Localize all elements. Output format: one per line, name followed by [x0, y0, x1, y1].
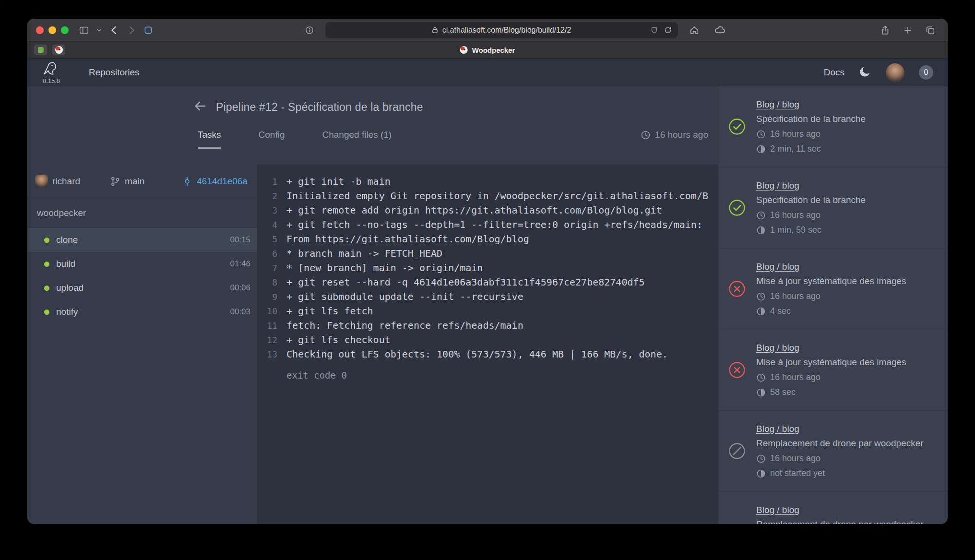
- arrow-left-icon: [193, 99, 207, 113]
- build-duration-label: 2 min, 11 sec: [770, 144, 821, 154]
- cloud-icon: [714, 24, 726, 36]
- build-duration: 2 min, 11 sec: [756, 144, 866, 154]
- url-bar[interactable]: ci.athaliasoft.com/Blog/blog/build/12/2: [325, 22, 678, 38]
- share-icon: [880, 25, 891, 36]
- tab1-favicon-icon: [38, 47, 44, 53]
- background-tab-1[interactable]: [34, 45, 47, 55]
- log-line-text: * branch main -> FETCH_HEAD: [286, 248, 442, 259]
- commit-group: 4614d1e06a: [182, 176, 248, 187]
- builds-sidebar: Blog / blog Spécification de la branche …: [718, 86, 948, 524]
- status-icon-wrap: [727, 442, 747, 460]
- reload-icon[interactable]: [664, 26, 672, 35]
- steps-panel: richard main 4614d1e06a woodpecker: [27, 165, 257, 524]
- commit-link[interactable]: 4614d1e06a: [197, 176, 248, 187]
- status-icon-wrap: [727, 280, 747, 298]
- step-duration: 00:06: [230, 283, 250, 293]
- repo-link[interactable]: Blog / blog: [756, 180, 799, 191]
- extension-button[interactable]: [140, 23, 156, 38]
- clock-icon: [756, 373, 766, 382]
- log-line: 6* branch main -> FETCH_HEAD: [257, 246, 718, 261]
- close-button[interactable]: [36, 26, 44, 34]
- log-line-number: 9: [257, 292, 277, 302]
- build-text: Blog / blog Remplacement de drone par wo…: [756, 505, 924, 524]
- home-button[interactable]: [686, 23, 703, 38]
- step-clone[interactable]: clone 00:15: [27, 228, 257, 252]
- clock-icon: [641, 130, 651, 140]
- build-item[interactable]: Blog / blog Spécification de la branche …: [718, 167, 948, 249]
- build-duration: 58 sec: [756, 387, 906, 397]
- active-tab[interactable]: Woodpecker: [460, 42, 515, 58]
- page-info-button[interactable]: [301, 23, 318, 38]
- app-logo[interactable]: 0.15.8: [42, 60, 61, 84]
- new-tab-button[interactable]: [900, 23, 916, 38]
- woodpecker-favicon-icon: [55, 46, 63, 54]
- build-message: Mise à jour systématique des images: [756, 357, 906, 368]
- tab-tasks[interactable]: Tasks: [198, 130, 221, 149]
- pipeline-time: 16 hours ago: [641, 130, 708, 140]
- icloud-tabs-button[interactable]: [711, 23, 729, 38]
- repo-link[interactable]: Blog / blog: [756, 505, 799, 515]
- build-item[interactable]: Blog / blog Mise à jour systématique des…: [718, 249, 948, 330]
- chevron-down-icon: [96, 27, 102, 33]
- author-name: richard: [52, 176, 80, 187]
- sidebar-icon: [79, 25, 89, 36]
- log-line-text: + git init -b main: [286, 176, 391, 187]
- pipeline-back-button[interactable]: [193, 99, 207, 115]
- privacy-shield-icon[interactable]: [650, 26, 658, 34]
- repo-link[interactable]: Blog / blog: [756, 99, 799, 109]
- fullscreen-button[interactable]: [61, 26, 69, 34]
- step-notify[interactable]: notify 00:03: [27, 300, 257, 324]
- build-item[interactable]: Blog / blog Remplacement de drone par wo…: [718, 492, 948, 524]
- build-item[interactable]: Blog / blog Spécification de la branche …: [718, 86, 948, 167]
- repo-link[interactable]: Blog / blog: [756, 343, 799, 353]
- build-text: Blog / blog Remplacement de drone par wo…: [756, 424, 924, 478]
- minimize-button[interactable]: [48, 26, 56, 34]
- theme-toggle-button[interactable]: [859, 65, 871, 80]
- toolbar-right: [877, 23, 939, 38]
- pipeline-title-row: Pipeline #12 - Spécification de la branc…: [27, 86, 718, 115]
- log-line: 9+ git submodule update --init --recursi…: [257, 289, 718, 304]
- not-started-circle-icon: [728, 442, 746, 460]
- tab-changed-files[interactable]: Changed files (1): [322, 130, 392, 147]
- tab-overview-button[interactable]: [922, 23, 939, 38]
- log-line: 4+ git fetch --no-tags --depth=1 --filte…: [257, 217, 718, 232]
- repo-link[interactable]: Blog / blog: [756, 262, 799, 272]
- build-text: Blog / blog Mise à jour systématique des…: [756, 262, 906, 316]
- success-circle-icon: [728, 118, 746, 135]
- woodpecker-logo-icon: [42, 60, 61, 79]
- duration-icon: [756, 469, 766, 478]
- back-button[interactable]: [106, 23, 123, 38]
- nav-repositories[interactable]: Repositories: [89, 67, 140, 78]
- step-upload[interactable]: upload 00:06: [27, 276, 257, 300]
- log-line: 10+ git lfs fetch: [257, 304, 718, 318]
- app-body: Pipeline #12 - Spécification de la branc…: [27, 86, 948, 524]
- build-message: Remplacement de drone par woodpecker: [756, 438, 924, 449]
- build-time: 16 hours ago: [756, 291, 906, 301]
- forward-button[interactable]: [123, 23, 140, 38]
- sidebar-toggle-button[interactable]: [75, 23, 93, 38]
- tab-strip: Woodpecker: [27, 42, 948, 59]
- user-avatar[interactable]: [886, 63, 904, 82]
- background-tab-2[interactable]: [52, 45, 65, 55]
- build-time-label: 16 hours ago: [770, 372, 820, 382]
- build-duration-label: 58 sec: [770, 387, 796, 397]
- build-item[interactable]: Blog / blog Remplacement de drone par wo…: [718, 411, 948, 492]
- notification-badge[interactable]: 0: [919, 65, 933, 80]
- tab-group-chevron-button[interactable]: [93, 23, 106, 38]
- step-name: upload: [56, 283, 83, 293]
- repo-link[interactable]: Blog / blog: [756, 424, 799, 434]
- status-icon-wrap: [727, 199, 747, 216]
- browser-toolbar: ci.athaliasoft.com/Blog/blog/build/12/2: [27, 19, 948, 42]
- build-duration: 1 min, 59 sec: [756, 225, 866, 235]
- success-dot-icon: [44, 262, 49, 267]
- build-text: Blog / blog Spécification de la branche …: [756, 99, 866, 154]
- step-build[interactable]: build 01:46: [27, 252, 257, 276]
- pipeline-time-label: 16 hours ago: [655, 130, 708, 140]
- build-time: 16 hours ago: [756, 453, 924, 464]
- log-line-number: 2: [257, 191, 277, 201]
- docs-link[interactable]: Docs: [824, 67, 844, 78]
- share-button[interactable]: [877, 23, 894, 38]
- tab-config[interactable]: Config: [259, 130, 285, 147]
- build-item[interactable]: Blog / blog Mise à jour systématique des…: [718, 330, 948, 411]
- failure-circle-icon: [728, 280, 746, 298]
